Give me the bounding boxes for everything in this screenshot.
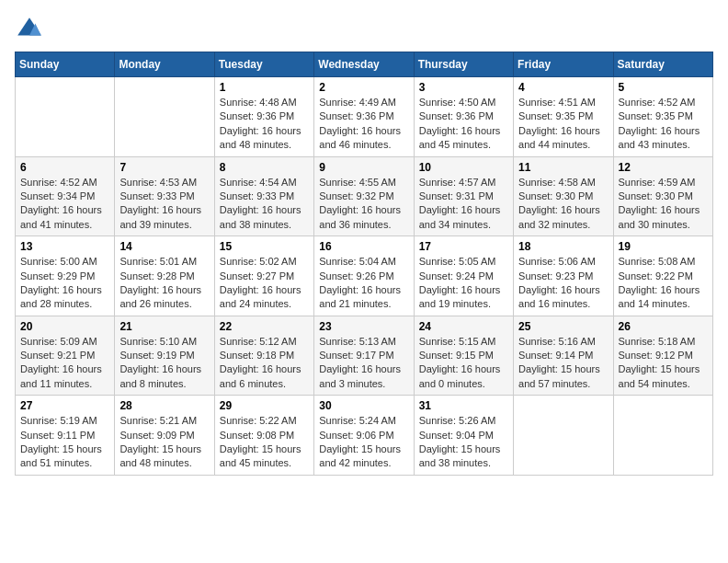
day-number: 22: [220, 320, 309, 333]
day-info: Sunrise: 5:01 AM Sunset: 9:28 PM Dayligh…: [119, 255, 209, 312]
calendar-cell: 29 Sunrise: 5:22 AM Sunset: 9:08 PM Dayl…: [214, 396, 313, 476]
day-number: 24: [419, 320, 508, 333]
sunset-label: Sunset: 9:28 PM: [119, 270, 194, 282]
day-info: Sunrise: 4:55 AM Sunset: 9:32 PM Dayligh…: [319, 176, 408, 233]
day-info: Sunrise: 5:19 AM Sunset: 9:11 PM Dayligh…: [20, 414, 109, 471]
daylight-label: Daylight: 16 hours and 0 minutes.: [419, 363, 501, 388]
sunrise-label: Sunrise: 4:49 AM: [319, 97, 396, 108]
day-number: 20: [20, 320, 109, 333]
sunrise-label: Sunrise: 4:51 AM: [518, 97, 596, 108]
day-info: Sunrise: 4:50 AM Sunset: 9:36 PM Dayligh…: [419, 96, 508, 153]
sunset-label: Sunset: 9:27 PM: [220, 270, 294, 282]
daylight-label: Daylight: 16 hours and 44 minutes.: [518, 125, 600, 150]
daylight-label: Daylight: 15 hours and 45 minutes.: [220, 443, 301, 468]
day-number: 23: [319, 320, 408, 333]
day-number: 15: [220, 240, 309, 253]
header-thursday: Thursday: [414, 52, 513, 77]
daylight-label: Daylight: 16 hours and 3 minutes.: [319, 363, 401, 388]
calendar-cell: 24 Sunrise: 5:15 AM Sunset: 9:15 PM Dayl…: [414, 316, 513, 396]
calendar-cell: 28 Sunrise: 5:21 AM Sunset: 9:09 PM Dayl…: [115, 396, 214, 476]
sunset-label: Sunset: 9:36 PM: [419, 110, 494, 121]
sunset-label: Sunset: 9:26 PM: [319, 270, 393, 282]
day-info: Sunrise: 4:48 AM Sunset: 9:36 PM Dayligh…: [220, 96, 309, 153]
sunrise-label: Sunrise: 5:12 AM: [220, 336, 297, 347]
sunrise-label: Sunrise: 5:21 AM: [119, 415, 197, 426]
day-number: 19: [619, 240, 708, 253]
sunset-label: Sunset: 9:32 PM: [319, 190, 393, 201]
sunrise-label: Sunrise: 4:57 AM: [419, 177, 496, 188]
day-number: 29: [220, 399, 309, 412]
daylight-label: Daylight: 16 hours and 46 minutes.: [319, 125, 401, 150]
sunset-label: Sunset: 9:12 PM: [619, 350, 693, 361]
calendar-cell: 3 Sunrise: 4:50 AM Sunset: 9:36 PM Dayli…: [414, 77, 513, 157]
day-number: 9: [319, 161, 408, 174]
calendar-cell: 11 Sunrise: 4:58 AM Sunset: 9:30 PM Dayl…: [514, 156, 613, 236]
day-number: 28: [119, 399, 209, 412]
daylight-label: Daylight: 16 hours and 14 minutes.: [619, 284, 700, 309]
sunrise-label: Sunrise: 5:26 AM: [419, 415, 496, 426]
day-info: Sunrise: 5:18 AM Sunset: 9:12 PM Dayligh…: [619, 335, 708, 392]
sunset-label: Sunset: 9:09 PM: [119, 430, 194, 441]
calendar-cell: 17 Sunrise: 5:05 AM Sunset: 9:24 PM Dayl…: [414, 236, 513, 316]
sunset-label: Sunset: 9:34 PM: [20, 190, 95, 201]
daylight-label: Daylight: 16 hours and 45 minutes.: [419, 125, 501, 150]
sunrise-label: Sunrise: 5:15 AM: [419, 336, 496, 347]
sunrise-label: Sunrise: 5:13 AM: [319, 336, 396, 347]
sunrise-label: Sunrise: 5:04 AM: [319, 256, 396, 267]
week-row-5: 27 Sunrise: 5:19 AM Sunset: 9:11 PM Dayl…: [16, 396, 713, 476]
sunrise-label: Sunrise: 5:19 AM: [20, 415, 97, 426]
daylight-label: Daylight: 15 hours and 38 minutes.: [419, 443, 501, 468]
sunset-label: Sunset: 9:19 PM: [119, 350, 194, 361]
sunset-label: Sunset: 9:15 PM: [419, 350, 494, 361]
day-info: Sunrise: 5:02 AM Sunset: 9:27 PM Dayligh…: [220, 255, 309, 312]
calendar-cell: 2 Sunrise: 4:49 AM Sunset: 9:36 PM Dayli…: [314, 77, 414, 157]
day-info: Sunrise: 5:09 AM Sunset: 9:21 PM Dayligh…: [20, 335, 109, 392]
calendar-cell: 15 Sunrise: 5:02 AM Sunset: 9:27 PM Dayl…: [214, 236, 313, 316]
daylight-label: Daylight: 16 hours and 41 minutes.: [20, 204, 102, 229]
daylight-label: Daylight: 16 hours and 26 minutes.: [119, 284, 201, 309]
sunset-label: Sunset: 9:17 PM: [319, 350, 393, 361]
calendar-cell: 6 Sunrise: 4:52 AM Sunset: 9:34 PM Dayli…: [16, 156, 115, 236]
calendar-cell: 14 Sunrise: 5:01 AM Sunset: 9:28 PM Dayl…: [115, 236, 214, 316]
sunset-label: Sunset: 9:08 PM: [220, 430, 294, 441]
calendar-cell: 20 Sunrise: 5:09 AM Sunset: 9:21 PM Dayl…: [16, 316, 115, 396]
day-info: Sunrise: 5:24 AM Sunset: 9:06 PM Dayligh…: [319, 414, 408, 471]
day-number: 2: [319, 81, 408, 94]
sunrise-label: Sunrise: 5:09 AM: [20, 336, 97, 347]
sunset-label: Sunset: 9:11 PM: [20, 430, 95, 441]
daylight-label: Daylight: 16 hours and 36 minutes.: [319, 204, 401, 229]
day-info: Sunrise: 4:54 AM Sunset: 9:33 PM Dayligh…: [220, 176, 309, 233]
daylight-label: Daylight: 15 hours and 51 minutes.: [20, 443, 102, 468]
sunrise-label: Sunrise: 5:08 AM: [619, 256, 696, 267]
day-info: Sunrise: 4:59 AM Sunset: 9:30 PM Dayligh…: [619, 176, 708, 233]
day-info: Sunrise: 4:49 AM Sunset: 9:36 PM Dayligh…: [319, 96, 408, 153]
calendar-cell: 1 Sunrise: 4:48 AM Sunset: 9:36 PM Dayli…: [214, 77, 313, 157]
day-number: 18: [518, 240, 608, 253]
daylight-label: Daylight: 16 hours and 21 minutes.: [319, 284, 401, 309]
daylight-label: Daylight: 16 hours and 16 minutes.: [518, 284, 600, 309]
daylight-label: Daylight: 16 hours and 24 minutes.: [220, 284, 301, 309]
day-number: 31: [419, 399, 508, 412]
day-number: 14: [119, 240, 209, 253]
sunset-label: Sunset: 9:23 PM: [518, 270, 593, 282]
calendar-cell: 19 Sunrise: 5:08 AM Sunset: 9:22 PM Dayl…: [613, 236, 712, 316]
calendar-cell: 25 Sunrise: 5:16 AM Sunset: 9:14 PM Dayl…: [514, 316, 613, 396]
daylight-label: Daylight: 16 hours and 34 minutes.: [419, 204, 501, 229]
calendar-cell: [16, 77, 115, 157]
calendar-cell: [613, 396, 712, 476]
daylight-label: Daylight: 16 hours and 43 minutes.: [619, 125, 700, 150]
sunset-label: Sunset: 9:24 PM: [419, 270, 494, 282]
sunrise-label: Sunrise: 5:22 AM: [220, 415, 297, 426]
daylight-label: Daylight: 16 hours and 38 minutes.: [220, 204, 301, 229]
day-info: Sunrise: 5:26 AM Sunset: 9:04 PM Dayligh…: [419, 414, 508, 471]
daylight-label: Daylight: 16 hours and 32 minutes.: [518, 204, 600, 229]
week-row-2: 6 Sunrise: 4:52 AM Sunset: 9:34 PM Dayli…: [16, 156, 713, 236]
calendar-cell: 13 Sunrise: 5:00 AM Sunset: 9:29 PM Dayl…: [16, 236, 115, 316]
sunrise-label: Sunrise: 4:52 AM: [20, 177, 97, 188]
header-sunday: Sunday: [16, 52, 115, 77]
day-number: 21: [119, 320, 209, 333]
sunset-label: Sunset: 9:33 PM: [119, 190, 194, 201]
day-info: Sunrise: 5:15 AM Sunset: 9:15 PM Dayligh…: [419, 335, 508, 392]
daylight-label: Daylight: 15 hours and 57 minutes.: [518, 363, 600, 388]
day-info: Sunrise: 5:08 AM Sunset: 9:22 PM Dayligh…: [619, 255, 708, 312]
